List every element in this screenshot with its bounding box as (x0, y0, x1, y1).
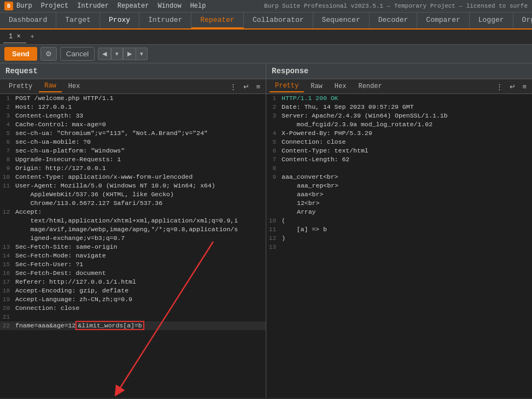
response-line-3b: mod_fcgid/2.3.9a mod_log_rotate/1.02 (266, 120, 532, 129)
response-tab-render[interactable]: Render (353, 81, 387, 92)
menu-intruder[interactable]: Intruder (77, 2, 109, 10)
response-more-icon[interactable]: ≡ (520, 81, 529, 92)
request-line-11: 11User-Agent: Mozilla/5.0 (Windows NT 10… (0, 181, 266, 190)
cancel-button[interactable]: Cancel (60, 47, 95, 61)
title-bar: B Burp Project Intruder Repeater Window … (0, 0, 532, 13)
request-indent-icon[interactable]: ↵ (241, 81, 252, 92)
response-line-4: 4X-Powered-By: PHP/5.3.29 (266, 129, 532, 138)
main-nav: Dashboard Target Proxy Intruder Repeater… (0, 13, 532, 30)
request-line-17: 17Referer: http://127.0.0.1/1.html (0, 278, 266, 286)
response-panel-header: Response (266, 63, 532, 79)
request-line-3: 3Content-Length: 33 (0, 112, 266, 120)
request-line-9: 9Origin: http://127.0.0.1 (0, 164, 266, 173)
response-wordwrap-icon[interactable]: ⋮ (494, 81, 505, 92)
request-line-1: 1POST /welcome.php HTTP/1.1 (0, 94, 266, 103)
nav-dropdown-button[interactable]: ▾ (111, 48, 123, 60)
next-request-button[interactable]: ▶ (123, 48, 136, 60)
nav-tab-sequencer[interactable]: Sequencer (313, 13, 370, 28)
request-more-icon[interactable]: ≡ (254, 81, 262, 92)
request-line-16: 16Sec-Fetch-Dest: document (0, 269, 266, 278)
nav-tab-comparer[interactable]: Comparer (417, 13, 469, 28)
burp-logo: B (4, 2, 13, 10)
response-line-13: 13 (266, 243, 532, 251)
settings-button[interactable]: ⚙ (40, 47, 57, 61)
response-tab-pretty[interactable]: Pretty (270, 80, 304, 92)
request-line-12: 12Accept: (0, 208, 266, 216)
response-line-9: 9 aaa_convert<br>aaa_rep<br>aaa<br>12<br… (266, 173, 532, 216)
nav-tab-target[interactable]: Target (56, 13, 100, 28)
repeater-sub-tabs: 1 × + (0, 30, 532, 45)
request-line-8: 8Upgrade-Insecure-Requests: 1 (0, 155, 266, 164)
menu-burp[interactable]: Burp (16, 2, 32, 10)
send-button[interactable]: Send (4, 47, 37, 61)
request-tab-icons: ⋮ ↵ ≡ (227, 81, 262, 92)
request-line-6: 6sec-ch-ua-mobile: ?0 (0, 138, 266, 146)
nav-tab-collaborator[interactable]: Collaborator (244, 13, 313, 28)
request-line-20: 20Connection: close (0, 304, 266, 313)
response-line-11: 11 [a] => b (266, 225, 532, 234)
request-wordwrap-icon[interactable]: ⋮ (227, 81, 239, 92)
request-toolbar: Send ⚙ Cancel ◀ ▾ ▶ ▾ (0, 45, 532, 63)
menu-project[interactable]: Project (41, 2, 68, 10)
request-line-11b: AppleWebKit/537.36 (KHTML, like Gecko) (0, 190, 266, 199)
response-line-7: 7Content-Length: 62 (266, 155, 532, 164)
request-line-19: 19Accept-Language: zh-CN,zh;q=0.9 (0, 295, 266, 304)
request-line-7: 7sec-ch-ua-platform: "Windows" (0, 146, 266, 155)
request-line-21: 21 (0, 313, 266, 321)
title-bar-menus: Burp Project Intruder Repeater Window He… (16, 2, 206, 10)
request-line-13: 13Sec-Fetch-Site: same-origin (0, 243, 266, 251)
request-panel: Request Pretty Raw Hex ⋮ ↵ ≡ 1POST /welc… (0, 63, 266, 398)
nav-tab-organizer[interactable]: Organizer (513, 13, 532, 28)
request-tab-pretty[interactable]: Pretty (3, 81, 38, 92)
request-line-12c: mage/avif,image/webp,image/apng,*/*;q=0.… (0, 225, 266, 234)
add-repeater-tab[interactable]: + (26, 31, 39, 43)
prev-request-button[interactable]: ◀ (98, 48, 111, 60)
request-line-2: 2Host: 127.0.0.1 (0, 103, 266, 112)
response-tab-raw[interactable]: Raw (305, 81, 328, 92)
next-dropdown-button[interactable]: ▾ (136, 48, 148, 60)
response-line-1: 1HTTP/1.1 200 OK (266, 94, 532, 103)
request-line-12b: text/html,application/xhtml+xml,applicat… (0, 216, 266, 225)
request-line-10: 10Content-Type: application/x-www-form-u… (0, 173, 266, 181)
request-tab-hex[interactable]: Hex (63, 81, 86, 92)
response-code-area[interactable]: 1HTTP/1.1 200 OK 2Date: Thu, 14 Sep 2023… (266, 94, 532, 398)
response-line-6: 6Content-Type: text/html (266, 146, 532, 155)
request-tab-raw[interactable]: Raw (39, 80, 62, 92)
request-panel-header: Request (0, 63, 266, 79)
request-line-11c: Chrome/113.0.5672.127 Safari/537.36 (0, 199, 266, 208)
request-line-12d: igned-exchange;v=b3;q=0.7 (0, 234, 266, 243)
response-panel: Response Pretty Raw Hex Render ⋮ ↵ ≡ 1HT… (266, 63, 532, 398)
app-title: Burp Suite Professional v2023.5.1 – Temp… (264, 3, 528, 9)
menu-window[interactable]: Window (157, 2, 181, 10)
menu-repeater[interactable]: Repeater (118, 2, 149, 10)
response-line-10: 10( (266, 216, 532, 225)
menu-help[interactable]: Help (190, 2, 206, 10)
request-line-5: 5sec-ch-ua: "Chromium";v="113", "Not.A.B… (0, 129, 266, 138)
request-line-4: 4Cache-Control: max-age=0 (0, 120, 266, 129)
nav-tab-proxy[interactable]: Proxy (100, 13, 139, 28)
request-line-15: 15Sec-Fetch-User: ?1 (0, 260, 266, 269)
repeater-tab-1[interactable]: 1 × (3, 31, 26, 43)
request-line-22[interactable]: 22 fname=aaa&age=12&limit_words[a]=b (0, 321, 266, 330)
request-panel-tabs: Pretty Raw Hex ⋮ ↵ ≡ (0, 79, 266, 94)
response-line-12: 12) (266, 234, 532, 243)
response-line-5: 5Connection: close (266, 138, 532, 146)
nav-tab-repeater[interactable]: Repeater (191, 13, 243, 28)
response-tab-icons: ⋮ ↵ ≡ (494, 81, 529, 92)
response-panel-tabs: Pretty Raw Hex Render ⋮ ↵ ≡ (266, 79, 532, 94)
nav-tab-logger[interactable]: Logger (470, 13, 513, 28)
nav-tab-intruder[interactable]: Intruder (139, 13, 191, 28)
request-code-area[interactable]: 1POST /welcome.php HTTP/1.1 2Host: 127.0… (0, 94, 266, 398)
request-line-18: 18Accept-Encoding: gzip, deflate (0, 286, 266, 295)
content-area: Request Pretty Raw Hex ⋮ ↵ ≡ 1POST /welc… (0, 63, 532, 398)
nav-tab-dashboard[interactable]: Dashboard (0, 13, 56, 28)
response-line-2: 2Date: Thu, 14 Sep 2023 09:57:29 GMT (266, 103, 532, 112)
request-line-14: 14Sec-Fetch-Mode: navigate (0, 251, 266, 260)
response-line-3: 3Server: Apache/2.4.39 (Win64) OpenSSL/1… (266, 112, 532, 120)
title-bar-left: B Burp Project Intruder Repeater Window … (4, 2, 206, 10)
response-line-8: 8 (266, 164, 532, 173)
history-nav: ◀ ▾ ▶ ▾ (98, 48, 148, 60)
nav-tab-decoder[interactable]: Decoder (370, 13, 418, 28)
response-indent-icon[interactable]: ↵ (507, 81, 518, 92)
response-tab-hex[interactable]: Hex (329, 81, 352, 92)
